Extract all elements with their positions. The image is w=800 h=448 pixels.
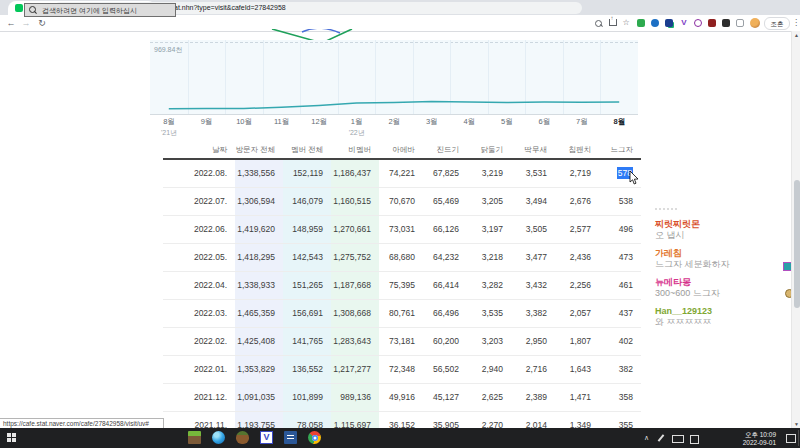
table-cell[interactable]: 1,270,661 xyxy=(331,216,379,243)
table-cell[interactable]: 2,625 xyxy=(467,384,511,411)
profile-avatar[interactable] xyxy=(750,18,760,28)
zoom-level-icon[interactable] xyxy=(595,20,602,27)
table-cell[interactable]: 3,535 xyxy=(467,300,511,327)
table-cell[interactable]: 75,395 xyxy=(379,272,423,299)
table-cell[interactable]: 2022.03. xyxy=(163,300,235,327)
table-cell[interactable]: 1,471 xyxy=(555,384,599,411)
table-cell[interactable]: 66,126 xyxy=(423,216,467,243)
table-cell[interactable]: 2022.05. xyxy=(163,244,235,271)
table-cell[interactable]: 3,197 xyxy=(467,216,511,243)
table-cell[interactable]: 2,716 xyxy=(511,356,555,383)
extension-red-icon[interactable] xyxy=(708,19,716,27)
table-cell[interactable]: 1,419,620 xyxy=(235,216,283,243)
share-icon[interactable] xyxy=(609,19,617,26)
extension-blue-circle-icon[interactable] xyxy=(651,19,659,27)
scrollbar-up-icon[interactable]: ▲ xyxy=(793,32,800,38)
table-cell[interactable]: 146,079 xyxy=(283,188,331,215)
table-cell[interactable]: 2022.02. xyxy=(163,328,235,355)
extension-b-icon[interactable] xyxy=(665,19,673,27)
table-cell[interactable]: 1,283,643 xyxy=(331,328,379,355)
table-cell[interactable]: 3,432 xyxy=(511,272,555,299)
table-cell[interactable]: 3,382 xyxy=(511,300,555,327)
table-cell[interactable]: 1,807 xyxy=(555,328,599,355)
table-cell[interactable]: 1,338,933 xyxy=(235,272,283,299)
table-cell[interactable]: 2,436 xyxy=(555,244,599,271)
table-cell[interactable]: 382 xyxy=(599,356,641,383)
bookmark-star-icon[interactable]: ☆ xyxy=(621,17,631,29)
extension-white-icon[interactable] xyxy=(736,19,744,27)
extension-green-icon[interactable] xyxy=(637,19,645,27)
table-cell[interactable]: 3,205 xyxy=(467,188,511,215)
table-cell[interactable]: 2022.06. xyxy=(163,216,235,243)
table-cell[interactable]: 2022.07. xyxy=(163,188,235,215)
table-cell[interactable]: 2022.08. xyxy=(163,160,235,187)
table-cell[interactable]: 49,916 xyxy=(379,384,423,411)
taskbar-chrome-icon[interactable] xyxy=(308,431,321,444)
table-cell[interactable]: 3,282 xyxy=(467,272,511,299)
table-cell[interactable]: 1,160,515 xyxy=(331,188,379,215)
table-cell[interactable]: 66,496 xyxy=(423,300,467,327)
table-cell[interactable]: 496 xyxy=(599,216,641,243)
table-cell[interactable]: 3,218 xyxy=(467,244,511,271)
tray-keyboard-icon[interactable] xyxy=(672,435,684,443)
table-cell[interactable]: 73,031 xyxy=(379,216,423,243)
table-cell[interactable]: 60,200 xyxy=(423,328,467,355)
table-cell[interactable]: 1,217,277 xyxy=(331,356,379,383)
table-cell[interactable]: 3,203 xyxy=(467,328,511,355)
table-cell[interactable]: 1,187,668 xyxy=(331,272,379,299)
table-cell[interactable]: 2,577 xyxy=(555,216,599,243)
table-cell[interactable]: 989,136 xyxy=(331,384,379,411)
table-cell[interactable]: 461 xyxy=(599,272,641,299)
table-cell[interactable]: 437 xyxy=(599,300,641,327)
show-desktop-button[interactable] xyxy=(798,430,799,446)
taskbar-v-app-icon[interactable]: V xyxy=(260,431,273,444)
tray-chevron-up-icon[interactable]: ∧ xyxy=(644,434,649,442)
table-cell[interactable]: 473 xyxy=(599,244,641,271)
table-cell[interactable]: 151,265 xyxy=(283,272,331,299)
taskbar-game-app-icon[interactable] xyxy=(188,431,201,444)
table-cell[interactable]: 3,531 xyxy=(511,160,555,187)
table-cell[interactable]: 45,127 xyxy=(423,384,467,411)
table-cell[interactable]: 142,543 xyxy=(283,244,331,271)
table-cell[interactable]: 358 xyxy=(599,384,641,411)
table-cell[interactable]: 2,676 xyxy=(555,188,599,215)
table-cell[interactable]: 74,221 xyxy=(379,160,423,187)
tray-notification-icon[interactable] xyxy=(786,434,796,443)
table-cell[interactable]: 1,418,295 xyxy=(235,244,283,271)
table-cell[interactable]: 2,057 xyxy=(555,300,599,327)
table-cell[interactable]: 66,414 xyxy=(423,272,467,299)
table-cell[interactable]: 3,494 xyxy=(511,188,555,215)
table-cell[interactable]: 3,219 xyxy=(467,160,511,187)
page-scrollbar[interactable]: ▲ ▼ xyxy=(791,31,800,428)
table-cell[interactable]: 1,275,752 xyxy=(331,244,379,271)
table-cell[interactable]: 2,389 xyxy=(511,384,555,411)
table-cell[interactable]: 1,643 xyxy=(555,356,599,383)
extension-v-icon[interactable]: V xyxy=(680,19,688,27)
table-cell[interactable]: 3,505 xyxy=(511,216,555,243)
tray-clock[interactable]: 오후 10:09 2022-09-01 xyxy=(714,431,776,447)
taskbar-edge-icon[interactable] xyxy=(212,431,225,444)
tray-ime-icon[interactable] xyxy=(690,435,699,444)
browser-menu-kebab-icon[interactable]: ⋮ xyxy=(791,17,800,29)
taskbar-doc-app-icon[interactable] xyxy=(284,431,297,444)
table-cell[interactable]: 136,552 xyxy=(283,356,331,383)
table-cell[interactable]: 2,950 xyxy=(511,328,555,355)
table-cell[interactable]: 1,338,556 xyxy=(235,160,283,187)
table-cell[interactable]: 1,306,594 xyxy=(235,188,283,215)
table-cell[interactable]: 156,691 xyxy=(283,300,331,327)
table-cell[interactable]: 2021.12. xyxy=(163,384,235,411)
table-cell[interactable]: 148,959 xyxy=(283,216,331,243)
taskbar-search-input[interactable]: 검색하려면 여기에 입력하십시 xyxy=(24,3,176,17)
table-cell[interactable]: 2,719 xyxy=(555,160,599,187)
table-cell[interactable]: 1,353,829 xyxy=(235,356,283,383)
table-cell[interactable]: 152,119 xyxy=(283,160,331,187)
table-cell[interactable]: 70,670 xyxy=(379,188,423,215)
table-cell[interactable]: 1,091,035 xyxy=(235,384,283,411)
scrollbar-thumb[interactable] xyxy=(794,180,800,308)
table-cell[interactable]: 1,308,668 xyxy=(331,300,379,327)
table-cell[interactable]: 73,181 xyxy=(379,328,423,355)
table-cell[interactable]: 64,232 xyxy=(423,244,467,271)
start-button-icon[interactable] xyxy=(7,433,16,442)
table-cell[interactable]: 80,761 xyxy=(379,300,423,327)
table-cell[interactable]: 538 xyxy=(599,188,641,215)
